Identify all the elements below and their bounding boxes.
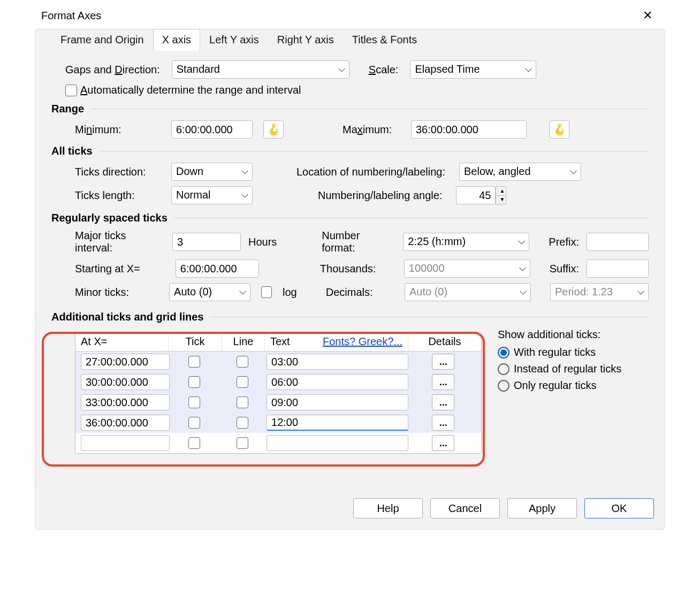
radio-instead-regular[interactable] <box>498 363 509 375</box>
text-input[interactable] <box>267 415 408 431</box>
scale-label: Scale: <box>369 64 399 76</box>
ok-button[interactable]: OK <box>584 498 654 518</box>
log-label: log <box>283 286 297 299</box>
apply-button[interactable]: Apply <box>507 498 577 518</box>
details-button[interactable]: ... <box>432 415 454 431</box>
radio-with-regular[interactable] <box>498 347 509 358</box>
numbering-angle-label: Numbering/labeling angle: <box>318 189 442 202</box>
period-select[interactable]: Period: 1.23 <box>550 283 649 301</box>
gaps-select[interactable]: Standard <box>172 60 349 79</box>
angle-spin-down[interactable]: ▼ <box>496 196 506 205</box>
suffix-label: Suffix: <box>550 263 579 275</box>
line-checkbox[interactable] <box>237 356 248 368</box>
ticks-length-label: Ticks length: <box>75 189 161 202</box>
col-at-x: At X= <box>75 332 169 351</box>
at-x-input[interactable] <box>81 374 170 390</box>
tabs: Frame and Origin X axis Left Y axis Righ… <box>51 29 649 51</box>
tab-frame-origin[interactable]: Frame and Origin <box>51 29 153 51</box>
ticks-direction-select[interactable]: Down <box>171 163 253 181</box>
at-x-input[interactable] <box>81 415 170 431</box>
additional-ticks-table: At X= Tick Line Text Fonts? Greek?... De… <box>75 332 482 454</box>
text-input[interactable] <box>267 435 408 451</box>
ticks-direction-label: Ticks direction: <box>75 166 161 178</box>
range-heading: Range <box>51 103 84 115</box>
line-checkbox[interactable] <box>237 437 248 449</box>
col-details: Details <box>408 332 481 351</box>
radio-with-regular-label: With regular ticks <box>514 346 596 358</box>
minor-ticks-label: Minor ticks: <box>75 286 162 299</box>
prefix-label: Prefix: <box>549 236 579 248</box>
fonts-greek-link[interactable]: Fonts? Greek?... <box>323 335 402 348</box>
tab-x-axis[interactable]: X axis <box>153 29 200 51</box>
angle-spin-up[interactable]: ▲ <box>496 186 506 196</box>
table-row: ... <box>75 392 481 413</box>
location-numbering-select[interactable]: Below, angled <box>459 163 581 181</box>
suffix-input[interactable] <box>587 260 649 278</box>
log-checkbox[interactable] <box>261 286 272 298</box>
col-tick: Tick <box>169 332 222 351</box>
details-button[interactable]: ... <box>432 394 454 410</box>
thousands-label: Thousands: <box>320 263 397 275</box>
ticks-length-select[interactable]: Normal <box>171 186 253 204</box>
table-row: ... <box>75 433 481 453</box>
line-checkbox[interactable] <box>237 376 248 388</box>
tick-checkbox[interactable] <box>188 396 200 408</box>
all-ticks-heading: All ticks <box>51 145 93 157</box>
title-bar: Format Axes ✕ <box>32 0 668 29</box>
thousands-select[interactable]: 100000 <box>404 260 530 278</box>
line-checkbox[interactable] <box>237 396 248 408</box>
tick-checkbox[interactable] <box>188 376 200 388</box>
tick-checkbox[interactable] <box>188 417 200 429</box>
major-interval-input[interactable] <box>172 233 241 251</box>
hook-icon: 🪝 <box>267 123 280 136</box>
additional-ticks-heading: Additional ticks and grid lines <box>51 311 203 323</box>
details-button[interactable]: ... <box>432 354 454 370</box>
minimum-input[interactable] <box>171 120 253 139</box>
maximum-input[interactable] <box>411 120 527 139</box>
details-button[interactable]: ... <box>432 374 454 390</box>
tick-checkbox[interactable] <box>188 437 200 449</box>
decimals-label: Decimals: <box>326 286 397 299</box>
line-checkbox[interactable] <box>237 417 248 429</box>
major-interval-label: Major ticks interval: <box>75 230 165 254</box>
auto-range-checkbox[interactable] <box>65 85 77 96</box>
starting-x-input[interactable] <box>176 260 259 278</box>
tab-titles-fonts[interactable]: Titles & Fonts <box>343 29 427 51</box>
prefix-input[interactable] <box>587 233 649 251</box>
table-row: ... <box>75 372 481 392</box>
show-additional-label: Show additional ticks: <box>498 329 649 341</box>
radio-only-regular-label: Only regular ticks <box>514 379 597 392</box>
help-button[interactable]: Help <box>353 498 423 518</box>
text-input[interactable] <box>267 394 408 410</box>
maximum-hook-button[interactable]: 🪝 <box>549 120 569 139</box>
tab-left-y[interactable]: Left Y axis <box>200 29 268 51</box>
col-line: Line <box>222 332 265 351</box>
minimum-label: Minimum: <box>75 124 161 136</box>
radio-only-regular[interactable] <box>498 380 509 392</box>
decimals-select[interactable]: Auto (0) <box>405 283 531 301</box>
location-numbering-label: Location of numbering/labeling: <box>296 166 445 178</box>
minimum-hook-button[interactable]: 🪝 <box>263 120 284 139</box>
tick-checkbox[interactable] <box>188 356 200 368</box>
text-input[interactable] <box>267 374 408 390</box>
radio-instead-regular-label: Instead of regular ticks <box>514 363 621 375</box>
at-x-input[interactable] <box>81 354 170 370</box>
number-format-select[interactable]: 2:25 (h:mm) <box>403 233 529 251</box>
cancel-button[interactable]: Cancel <box>430 498 500 518</box>
angle-input[interactable] <box>456 186 496 204</box>
number-format-label: Number format: <box>322 230 395 254</box>
auto-range-label: Automatically determine the range and in… <box>80 84 301 96</box>
at-x-input[interactable] <box>81 394 170 410</box>
at-x-input[interactable] <box>81 435 170 451</box>
close-icon[interactable]: ✕ <box>638 7 657 24</box>
details-button[interactable]: ... <box>432 435 454 451</box>
tab-right-y[interactable]: Right Y axis <box>268 29 343 51</box>
col-text: Text Fonts? Greek?... <box>265 332 408 351</box>
maximum-label: Maximum: <box>343 124 400 136</box>
scale-select[interactable]: Elapsed Time <box>410 60 536 79</box>
table-row: ... <box>75 413 481 433</box>
text-input[interactable] <box>267 354 408 370</box>
gaps-label: Gaps and Direction: <box>65 64 160 76</box>
hook-icon: 🪝 <box>553 123 566 136</box>
minor-ticks-select[interactable]: Auto (0) <box>169 283 250 301</box>
